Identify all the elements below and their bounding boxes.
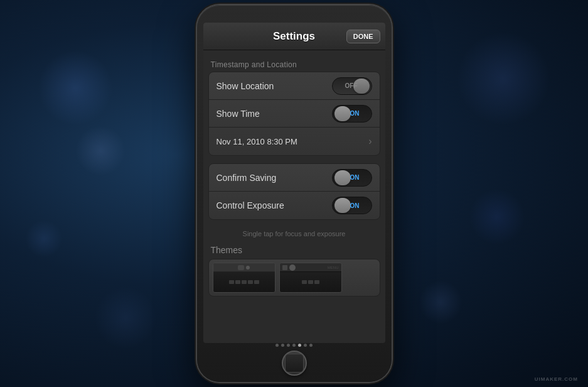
page-dot-7 bbox=[309, 344, 313, 347]
show-location-toggle[interactable] bbox=[332, 77, 372, 95]
settings-content[interactable]: Timestamp and Location Show Location Sho… bbox=[203, 50, 385, 343]
theme2-bottom bbox=[280, 272, 341, 292]
page-dot-5-active bbox=[298, 344, 301, 347]
theme1-bar bbox=[242, 280, 247, 284]
theme-thumb-2[interactable]: MENU bbox=[279, 263, 342, 293]
theme2-bar bbox=[314, 280, 319, 284]
confirm-saving-label: Confirm Saving bbox=[216, 173, 277, 183]
phone-screen: Settings DONE Timestamp and Location Sho… bbox=[203, 23, 385, 343]
themes-group: MENU bbox=[208, 259, 380, 297]
theme1-dot bbox=[246, 266, 250, 270]
confirm-saving-toggle[interactable] bbox=[332, 169, 372, 187]
page-dot-4 bbox=[292, 344, 296, 347]
camera-group: Confirm Saving Control Exposure bbox=[208, 163, 380, 220]
done-button[interactable]: DONE bbox=[346, 30, 380, 43]
toggle-knob-on bbox=[334, 106, 351, 121]
settings-title: Settings bbox=[273, 30, 315, 43]
theme1-bar bbox=[229, 280, 234, 284]
page-dots bbox=[275, 344, 313, 347]
date-row[interactable]: Nov 11, 2010 8:30 PM › bbox=[209, 128, 380, 155]
control-exposure-label: Control Exposure bbox=[216, 200, 284, 210]
theme1-top bbox=[213, 263, 275, 272]
page-dot-1 bbox=[275, 344, 279, 347]
bokeh-decoration bbox=[469, 188, 525, 245]
page-dot-6 bbox=[304, 344, 307, 347]
bokeh-decoration bbox=[94, 286, 157, 349]
show-time-row: Show Time bbox=[209, 100, 380, 128]
control-exposure-row: Control Exposure bbox=[209, 192, 380, 219]
bokeh-decoration bbox=[38, 50, 113, 126]
timestamp-group: Show Location Show Time Nov 11, 2010 8:3… bbox=[208, 72, 380, 156]
theme1-bar bbox=[254, 280, 259, 284]
show-location-label: Show Location bbox=[216, 81, 274, 91]
show-location-row: Show Location bbox=[209, 72, 380, 100]
theme1-bar bbox=[235, 280, 240, 284]
toggle-knob-off bbox=[353, 79, 370, 94]
bokeh-decoration bbox=[25, 220, 63, 258]
theme2-sq bbox=[282, 265, 287, 270]
bokeh-decoration bbox=[456, 31, 550, 126]
theme1-icon bbox=[238, 265, 244, 270]
date-label: Nov 11, 2010 8:30 PM bbox=[216, 137, 297, 146]
toggle-knob-on-2 bbox=[334, 170, 351, 185]
phone-frame: Settings DONE Timestamp and Location Sho… bbox=[197, 5, 392, 382]
settings-header: Settings DONE bbox=[203, 23, 385, 50]
bokeh-decoration bbox=[75, 126, 126, 176]
control-exposure-toggle[interactable] bbox=[332, 197, 372, 214]
hint-text: Single tap for focus and exposure bbox=[203, 227, 385, 243]
themes-label: Themes bbox=[203, 243, 385, 259]
watermark: UIMAKER.COM bbox=[535, 376, 578, 382]
page-dot-2 bbox=[281, 344, 284, 347]
theme2-top: MENU bbox=[280, 263, 341, 272]
theme2-bar bbox=[308, 280, 313, 284]
phone-bottom bbox=[275, 344, 313, 376]
page-dot-3 bbox=[287, 344, 290, 347]
section-label-timestamp: Timestamp and Location bbox=[203, 57, 385, 72]
confirm-saving-row: Confirm Saving bbox=[209, 164, 380, 192]
show-time-toggle[interactable] bbox=[332, 105, 372, 123]
theme2-circle bbox=[289, 264, 296, 271]
show-time-label: Show Time bbox=[216, 109, 260, 119]
bokeh-decoration bbox=[419, 280, 462, 324]
home-button[interactable] bbox=[282, 351, 307, 376]
theme2-text: MENU bbox=[297, 266, 339, 270]
toggle-knob-on-3 bbox=[334, 198, 351, 213]
chevron-right-icon: › bbox=[368, 136, 372, 147]
home-button-inner bbox=[285, 354, 304, 373]
theme-thumb-1[interactable] bbox=[213, 263, 275, 293]
theme1-bottom bbox=[213, 272, 275, 292]
theme2-bar bbox=[302, 280, 307, 284]
theme1-bar bbox=[248, 280, 253, 284]
